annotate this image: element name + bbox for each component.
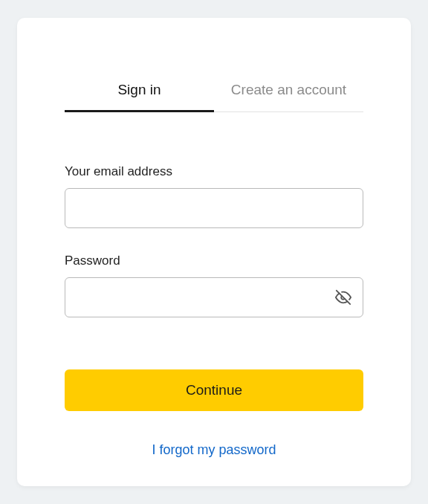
forgot-password-link[interactable]: I forgot my password	[65, 442, 363, 458]
email-label: Your email address	[65, 164, 363, 179]
tab-create-account[interactable]: Create an account	[214, 82, 363, 112]
password-input-wrapper	[65, 277, 363, 317]
auth-card: Sign in Create an account Your email add…	[17, 18, 411, 486]
password-field[interactable]	[65, 277, 363, 317]
auth-tabs: Sign in Create an account	[65, 82, 363, 112]
password-label: Password	[65, 253, 363, 268]
continue-button[interactable]: Continue	[65, 369, 363, 411]
tab-sign-in[interactable]: Sign in	[65, 82, 214, 112]
password-group: Password	[65, 253, 363, 317]
email-group: Your email address	[65, 164, 363, 228]
email-field[interactable]	[65, 188, 363, 228]
eye-off-icon[interactable]	[335, 289, 351, 306]
